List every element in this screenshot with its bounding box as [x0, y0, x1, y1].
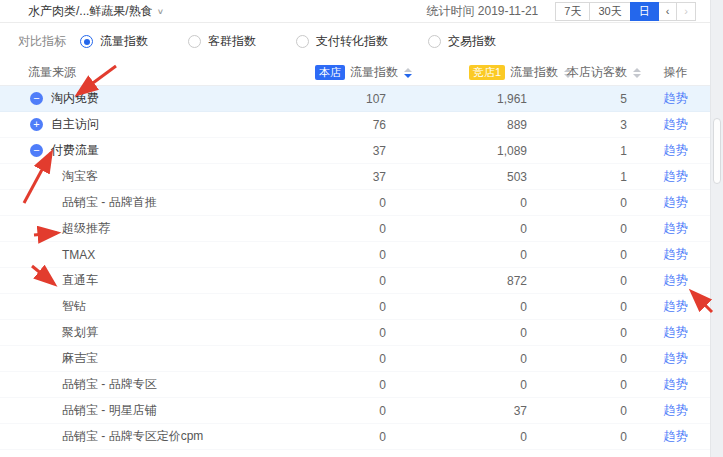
trend-link[interactable]: 趋势 [664, 402, 688, 419]
radio-trade-index[interactable]: 交易指数 [428, 33, 496, 50]
trend-link[interactable]: 趋势 [664, 90, 688, 107]
stat-time-date: 2019-11-21 [478, 4, 539, 18]
trend-link[interactable]: 趋势 [664, 350, 688, 367]
source-label: 智钻 [62, 298, 86, 315]
shop-index-value: 76 [290, 118, 412, 132]
table-row: 直通车 0 872 0 趋势 [0, 268, 710, 294]
column-header-action: 操作 [641, 64, 710, 81]
source-label: 品销宝 - 品牌专区定价cpm [62, 428, 203, 445]
source-label: 自主访问 [51, 116, 99, 133]
table-row: 品销宝 - 品牌首推 0 0 0 趋势 [0, 190, 710, 216]
radio-icon [428, 35, 441, 48]
competitor-index-value: 37 [412, 404, 572, 418]
shop-index-value: 0 [290, 300, 412, 314]
table-row: − 付费流量 37 1,089 1 趋势 [0, 138, 710, 164]
column-header-visitors: 本店访客数 [572, 64, 641, 81]
date-controls: 统计时间 2019-11-21 7天 30天 日 ‹ › [426, 2, 696, 21]
competitor-index-value: 1,089 [412, 144, 572, 158]
trend-link[interactable]: 趋势 [664, 168, 688, 185]
category-selector[interactable]: 水产肉类/...鲜蔬果/熟食 ∨ [28, 3, 164, 20]
top-bar: 水产肉类/...鲜蔬果/熟食 ∨ 统计时间 2019-11-21 7天 30天 … [0, 0, 710, 23]
source-label: 直通车 [62, 272, 98, 289]
collapse-icon[interactable]: − [30, 144, 43, 157]
competitor-index-value: 0 [412, 430, 572, 444]
sort-icon-visitors[interactable] [633, 68, 641, 78]
radio-icon [296, 35, 309, 48]
visitors-value: 0 [572, 404, 641, 418]
competitor-index-value: 0 [412, 326, 572, 340]
radio-icon [80, 35, 93, 48]
competitor-index-value: 0 [412, 248, 572, 262]
trend-link[interactable]: 趋势 [664, 142, 688, 159]
shop-index-value: 0 [290, 248, 412, 262]
shop-index-value: 0 [290, 222, 412, 236]
chevron-down-icon: ∨ [157, 7, 164, 16]
shop-index-value: 107 [290, 92, 412, 106]
table-row: 聚划算 0 0 0 趋势 [0, 320, 710, 346]
source-label: 麻吉宝 [62, 350, 98, 367]
sort-icon-shop-index[interactable] [404, 68, 412, 78]
competitor-index-value: 872 [412, 274, 572, 288]
visitors-value: 0 [572, 378, 641, 392]
shop-index-value: 0 [290, 404, 412, 418]
table-row: 麻吉宝 0 0 0 趋势 [0, 346, 710, 372]
visitors-value: 3 [572, 118, 641, 132]
competitor-index-value: 0 [412, 378, 572, 392]
competitor-index-value: 503 [412, 170, 572, 184]
table-header-row: 流量来源 本店 流量指数 竞店1 流量指数 本店访客数 操作 [0, 60, 710, 86]
source-label: 超级推荐 [62, 220, 110, 237]
source-label: 淘宝客 [62, 168, 98, 185]
shop-index-value: 0 [290, 378, 412, 392]
trend-link[interactable]: 趋势 [664, 376, 688, 393]
radio-traffic-index[interactable]: 流量指数 [80, 33, 148, 50]
stat-time-label: 统计时间 [426, 4, 474, 18]
trend-link[interactable]: 趋势 [664, 116, 688, 133]
source-label: TMAX [62, 248, 95, 262]
visitors-value: 0 [572, 352, 641, 366]
range-7day-button[interactable]: 7天 [555, 2, 590, 21]
shop-index-value: 0 [290, 430, 412, 444]
source-label: 品销宝 - 明星店铺 [62, 402, 157, 419]
range-30day-button[interactable]: 30天 [589, 2, 630, 21]
table-row: 超级推荐 0 0 0 趋势 [0, 216, 710, 242]
table-row: 智钻 0 0 0 趋势 [0, 294, 710, 320]
compare-metric-label: 对比指标 [18, 33, 66, 50]
shop-index-value: 0 [290, 352, 412, 366]
visitors-value: 0 [572, 300, 641, 314]
shop-index-value: 37 [290, 144, 412, 158]
collapse-icon[interactable]: − [30, 92, 43, 105]
table-row: − 淘内免费 107 1,961 5 趋势 [0, 86, 710, 112]
competitor-index-value: 0 [412, 352, 572, 366]
column-header-competitor-index: 竞店1 流量指数 [412, 64, 572, 81]
competitor-index-value: 0 [412, 196, 572, 210]
table-row: 品销宝 - 品牌专区 0 0 0 趋势 [0, 372, 710, 398]
scrollbar-thumb[interactable] [713, 118, 721, 184]
trend-link[interactable]: 趋势 [664, 194, 688, 211]
shop-index-value: 0 [290, 326, 412, 340]
trend-link[interactable]: 趋势 [664, 298, 688, 315]
source-label: 品销宝 - 品牌专区 [62, 376, 157, 393]
shop-index-value: 0 [290, 196, 412, 210]
prev-day-button[interactable]: ‹ [658, 2, 678, 21]
shop-index-value: 0 [290, 274, 412, 288]
competitor-index-value: 0 [412, 300, 572, 314]
traffic-source-table: 流量来源 本店 流量指数 竞店1 流量指数 本店访客数 操作 − 淘内免费 10… [0, 60, 710, 450]
trend-link[interactable]: 趋势 [664, 246, 688, 263]
scrollbar-track [710, 0, 723, 457]
expand-icon[interactable]: + [30, 118, 43, 131]
trend-link[interactable]: 趋势 [664, 428, 688, 445]
table-body: − 淘内免费 107 1,961 5 趋势 + 自主访问 76 889 3 趋势… [0, 86, 710, 450]
column-header-source: 流量来源 [0, 64, 290, 81]
column-header-shop-index: 本店 流量指数 [290, 64, 412, 81]
next-day-button[interactable]: › [676, 2, 696, 21]
radio-customer-index[interactable]: 客群指数 [188, 33, 256, 50]
trend-link[interactable]: 趋势 [664, 272, 688, 289]
table-row: + 自主访问 76 889 3 趋势 [0, 112, 710, 138]
source-label: 淘内免费 [51, 90, 99, 107]
trend-link[interactable]: 趋势 [664, 324, 688, 341]
range-day-button[interactable]: 日 [630, 2, 659, 21]
radio-conversion-index[interactable]: 支付转化指数 [296, 33, 388, 50]
competitor-index-value: 0 [412, 222, 572, 236]
visitors-value: 1 [572, 170, 641, 184]
trend-link[interactable]: 趋势 [664, 220, 688, 237]
